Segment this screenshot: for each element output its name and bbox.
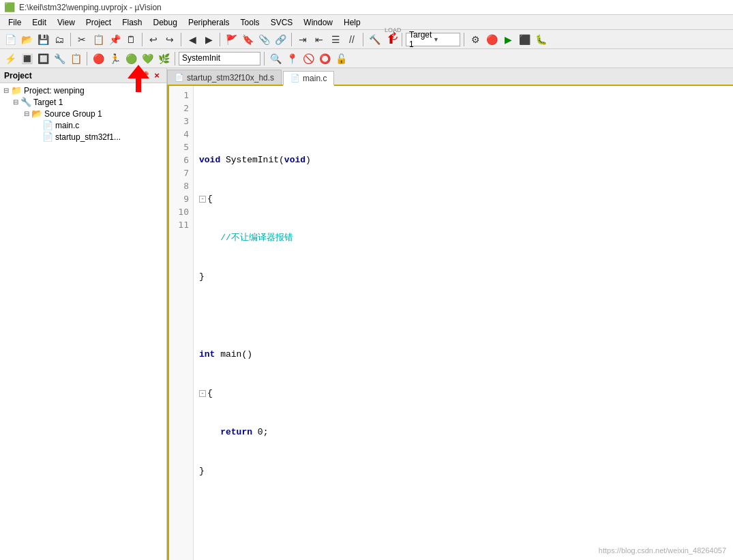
nav-fwd-button[interactable]: ▶ (201, 32, 216, 47)
code-line-2: void SystemInit(void) (199, 153, 728, 166)
toolbar1: 📄 📂 💾 🗂 ✂ 📋 📌 🗒 ↩ ↪ ◀ ▶ 🚩 🔖 📎 🔗 ⇥ ⇤ ☰ //… (0, 30, 733, 49)
tb2-4[interactable]: 🔧 (52, 51, 67, 66)
unindent-button[interactable]: ⇤ (312, 32, 327, 47)
cut-button[interactable]: ✂ (74, 32, 89, 47)
tb2-11[interactable]: 🔍 (268, 51, 283, 66)
menu-peripherals[interactable]: Peripherals (183, 16, 235, 29)
indent-button[interactable]: ⇥ (295, 32, 310, 47)
run-button[interactable]: ▶ (500, 32, 515, 47)
menu-window[interactable]: Window (298, 16, 338, 29)
bookmark3-button[interactable]: 📎 (256, 32, 271, 47)
kw-void-param: void (284, 153, 305, 166)
bookmark1-button[interactable]: 🚩 (224, 32, 239, 47)
main-layout: Project 📌 × ⊟ 📁 Project: wenping ⊟ 🔧 Tar… (0, 68, 733, 560)
new-file-button[interactable]: 📄 (3, 32, 18, 47)
menu-tools[interactable]: Tools (235, 16, 265, 29)
paste-button[interactable]: 📌 (107, 32, 122, 47)
code-line-11 (199, 503, 728, 516)
comment-button[interactable]: // (344, 32, 359, 47)
kw-return: return (220, 426, 252, 439)
build-icon-button[interactable]: 🔨 (367, 32, 382, 47)
toggle-project-root[interactable]: ⊟ (1, 87, 11, 94)
project-root-icon: 📁 (11, 85, 22, 95)
toggle-source-group[interactable]: ⊟ (22, 110, 31, 117)
tb2-13[interactable]: 🚫 (301, 51, 316, 66)
title-bar: 🟩 E:\keil\stm32\wenping.uvprojx - µVisio… (0, 0, 733, 15)
load-button[interactable]: ⬆ ↻ (383, 32, 398, 47)
tb2-12[interactable]: 📍 (284, 51, 299, 66)
open-file-button[interactable]: 📂 (19, 32, 34, 47)
tb2-14[interactable]: ⭕ (317, 51, 332, 66)
menu-project[interactable]: Project (80, 16, 117, 29)
mainc-label: main.c (55, 121, 79, 130)
menu-debug[interactable]: Debug (148, 16, 183, 29)
code-line-10: } (199, 465, 728, 477)
toggle-target1[interactable]: ⊟ (11, 98, 20, 106)
app-icon: 🟩 (4, 2, 15, 12)
target-select[interactable]: Target 1 ▼ (406, 33, 460, 46)
systemint-input[interactable]: SystemInit (179, 52, 260, 65)
build2-button[interactable]: 🔴 (484, 32, 499, 47)
save-all-button[interactable]: 🗂 (52, 32, 67, 47)
main-func: main() (220, 348, 252, 361)
project-pin-button[interactable]: 📌 (139, 70, 150, 81)
redo-button[interactable]: ↪ (162, 32, 177, 47)
tab-mainc[interactable]: 📄 main.c (283, 71, 334, 86)
code-editor[interactable]: 1 2 3 4 5 6 7 8 9 10 11 void SystemInit(… (167, 86, 733, 560)
tree-item-startup[interactable]: 📄 startup_stm32f1... (0, 131, 166, 143)
tb2-9[interactable]: 💚 (140, 51, 155, 66)
tab-startup[interactable]: 📄 startup_stm32f10x_hd.s (167, 70, 282, 85)
collapse-8[interactable]: - (199, 390, 206, 397)
undo-button[interactable]: ↩ (146, 32, 161, 47)
tb2-1[interactable]: ⚡ (3, 51, 18, 66)
copy-button[interactable]: 📋 (91, 32, 106, 47)
options-button[interactable]: ⚙ (468, 32, 483, 47)
tb2-10[interactable]: 🌿 (156, 51, 171, 66)
line-numbers: 1 2 3 4 5 6 7 8 9 10 11 (169, 86, 194, 560)
systemint-value: SystemInit (182, 53, 220, 63)
kw-void-1: void (199, 153, 226, 166)
menu-bar: File Edit View Project Flash Debug Perip… (0, 15, 733, 30)
code-line-8: -{ (199, 387, 728, 400)
func-name-1: SystemInit( (226, 153, 284, 166)
tree-item-mainc[interactable]: 📄 main.c (0, 119, 166, 131)
stop-button[interactable]: ⬛ (517, 32, 532, 47)
line-1: 1 (169, 89, 193, 102)
project-panel: Project 📌 × ⊟ 📁 Project: wenping ⊟ 🔧 Tar… (0, 68, 167, 560)
menu-svcs[interactable]: SVCS (265, 16, 299, 29)
tb2-8[interactable]: 🟢 (123, 51, 138, 66)
start-debug-button[interactable]: 🐛 (533, 32, 548, 47)
tb2-3[interactable]: 🔲 (35, 51, 50, 66)
tree-item-project-root[interactable]: ⊟ 📁 Project: wenping (0, 85, 166, 96)
menu-help[interactable]: Help (338, 16, 366, 29)
bookmark2-button[interactable]: 🔖 (240, 32, 255, 47)
menu-file[interactable]: File (3, 16, 27, 29)
sep2 (142, 33, 143, 46)
line-10: 10 (169, 205, 193, 218)
project-panel-header: Project 📌 × (0, 68, 166, 83)
brace-open-1: { (207, 192, 213, 205)
tb2-7[interactable]: 🏃 (107, 51, 122, 66)
bookmark4-button[interactable]: 🔗 (273, 32, 288, 47)
tb2-5[interactable]: 📋 (68, 51, 83, 66)
tb2-6[interactable]: 🔴 (91, 51, 106, 66)
format-button[interactable]: ☰ (328, 32, 343, 47)
startup-icon: 📄 (42, 132, 53, 142)
sep7 (402, 33, 402, 46)
menu-flash[interactable]: Flash (117, 16, 147, 29)
sep1 (70, 33, 71, 46)
tb2-15[interactable]: 🔓 (333, 51, 348, 66)
tree-item-target1[interactable]: ⊟ 🔧 Target 1 (0, 96, 166, 108)
nav-back-button[interactable]: ◀ (185, 32, 200, 47)
code-content[interactable]: void SystemInit(void) -{ //不让编译器报错 } int… (194, 86, 733, 560)
tb2-2[interactable]: 🔳 (19, 51, 34, 66)
copy2-button[interactable]: 🗒 (123, 32, 138, 47)
tree-item-source-group[interactable]: ⊟ 📂 Source Group 1 (0, 108, 166, 119)
project-close-button[interactable]: × (151, 70, 162, 81)
menu-edit[interactable]: Edit (27, 16, 52, 29)
collapse-3[interactable]: - (199, 196, 206, 203)
save-button[interactable]: 💾 (35, 32, 50, 47)
return-indent (199, 426, 220, 439)
menu-view[interactable]: View (52, 16, 80, 29)
code-line-3: -{ (199, 192, 728, 205)
